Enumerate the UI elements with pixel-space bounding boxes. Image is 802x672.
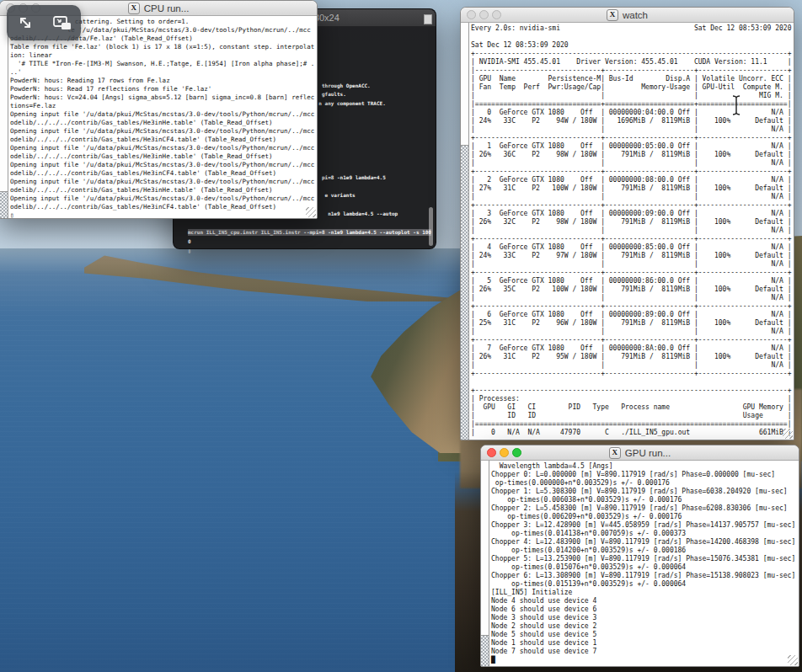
terminal-scrollbar[interactable]	[0, 16, 8, 218]
resize-arrows-icon	[16, 13, 35, 32]
scrollbar-thumb[interactable]	[481, 461, 489, 636]
terminal-scrollbar[interactable]	[461, 23, 469, 440]
terminal-line-fragment: e variants	[325, 192, 356, 199]
zoom-button[interactable]	[512, 448, 521, 457]
terminal-text: Every 2.0s: nvidia-smi Sat Dec 12 08:53:…	[469, 23, 792, 440]
terminal-scrollbar[interactable]	[481, 461, 489, 666]
display-scaling-button[interactable]	[48, 8, 77, 37]
screen-sharing-controls[interactable]	[7, 5, 81, 40]
terminal-line-fragment: pi=8 -n1e9 lambda=4.5	[322, 174, 386, 181]
traffic-lights	[467, 10, 501, 19]
x11-icon: X	[128, 3, 140, 14]
terminal-line-fragment: ▯	[188, 248, 191, 254]
traffic-lights	[487, 448, 521, 457]
x11-icon: X	[609, 447, 621, 459]
terminal-body[interactable]: Wavelength lambda=4.5 [Angs] Chopper 0: …	[481, 461, 799, 666]
terminal-body[interactable]: cattering. Setting to order=1. le '/u/da…	[0, 16, 317, 218]
window-title: X GPU run...	[609, 447, 671, 459]
zoom-button[interactable]	[492, 10, 501, 19]
close-button[interactable]	[487, 448, 496, 457]
scrollbar-top-indicator	[424, 14, 432, 24]
scrollbar-thumb[interactable]	[461, 23, 468, 146]
window-title: X CPU run...	[128, 3, 190, 14]
minimize-button[interactable]	[479, 10, 489, 19]
resize-handle[interactable]	[306, 207, 316, 217]
resize-arrows-button[interactable]	[11, 8, 40, 37]
scrollbar-thumb[interactable]	[429, 207, 433, 246]
terminal-text: cattering. Setting to order=1. le '/u/da…	[8, 16, 314, 218]
terminal-line-fragment: mcrun ILL_IN5_cpu.instr ILL_IN5.instr --…	[188, 229, 431, 236]
scrollbar-thumb[interactable]	[0, 16, 8, 192]
terminal-line-fragment: n1e9 lambda=4.5 --autop	[328, 211, 398, 217]
terminal-line-fragment: gfaults.	[322, 91, 346, 98]
close-button[interactable]	[467, 10, 476, 19]
gpu-run-terminal-window[interactable]: X GPU run... Wavelength lambda=4.5 [Angs…	[480, 445, 799, 667]
watch-nvidia-smi-window[interactable]: X watch Every 2.0s: nvidia-smi Sat Dec 1…	[460, 7, 794, 440]
window-titlebar[interactable]: X watch	[461, 8, 794, 23]
terminal-body[interactable]: Every 2.0s: nvidia-smi Sat Dec 12 08:53:…	[461, 23, 794, 440]
window-titlebar[interactable]: X GPU run...	[481, 445, 799, 461]
terminal-text: Wavelength lambda=4.5 [Angs] Chopper 0: …	[489, 461, 795, 666]
terminal-line-fragment: through OpenACC.	[322, 83, 371, 89]
resize-handle[interactable]	[788, 655, 798, 665]
x11-icon: X	[607, 9, 618, 21]
terminal-line-fragment: n any component TRACE.	[318, 100, 385, 107]
terminal-line-fragment: 0	[188, 238, 191, 245]
resize-handle[interactable]	[783, 429, 793, 439]
display-scaling-icon	[52, 13, 72, 32]
minimize-button[interactable]	[500, 448, 509, 457]
text-cursor-pointer	[731, 94, 741, 116]
window-title: X watch	[607, 9, 648, 21]
